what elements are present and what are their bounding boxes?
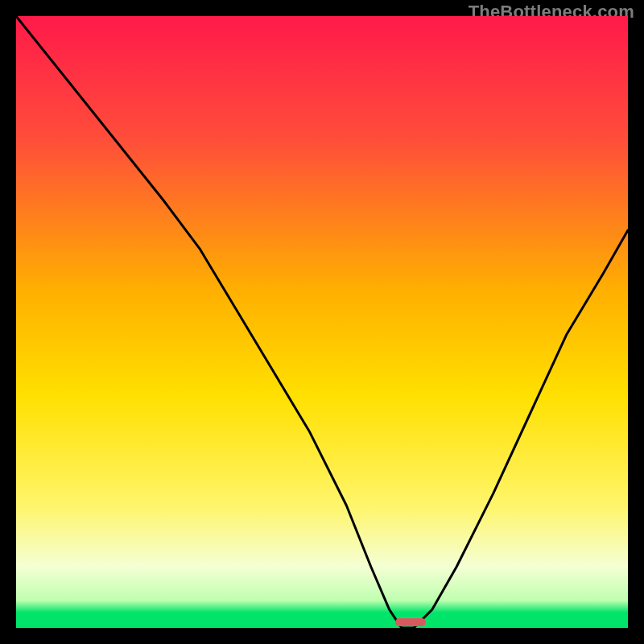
- optimal-range-marker: [395, 618, 426, 626]
- plot-area: [16, 16, 628, 628]
- bottleneck-curve: [16, 16, 628, 628]
- chart-frame: TheBottleneck.com: [0, 0, 644, 644]
